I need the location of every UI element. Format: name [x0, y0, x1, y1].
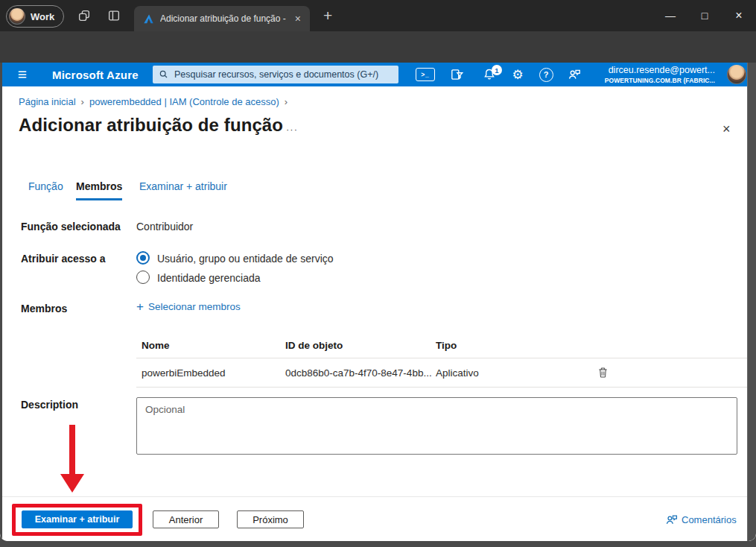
radio-user-group-service-principal[interactable]: [136, 251, 150, 265]
notification-badge: 1: [492, 65, 502, 75]
col-header-object-id: ID de objeto: [285, 340, 436, 351]
tab-membros[interactable]: Membros: [76, 180, 122, 200]
portal-menu-icon[interactable]: ≡: [12, 63, 33, 86]
description-input[interactable]: [136, 397, 737, 455]
col-header-tipo: Tipo: [436, 340, 584, 351]
profile-label: Work: [31, 11, 54, 22]
members-table: Nome ID de objeto Tipo powerbiEmbedded 0…: [136, 332, 747, 388]
window-maximize-button[interactable]: □: [687, 0, 722, 31]
breadcrumb-home-link[interactable]: Página inicial: [19, 96, 76, 107]
next-button[interactable]: Próximo: [237, 510, 304, 528]
title-context-menu-icon[interactable]: ···: [286, 124, 298, 135]
workspaces-icon[interactable]: [74, 7, 94, 25]
portal-search-placeholder: Pesquisar recursos, serviços e documento…: [174, 69, 378, 80]
vertical-tabs-icon[interactable]: [104, 7, 124, 25]
annotation-arrow: [69, 425, 75, 475]
blade-close-icon[interactable]: ×: [718, 120, 735, 139]
tab-title: Adicionar atribuição de função -: [160, 13, 286, 24]
browser-titlebar: Work Adicionar at: [0, 0, 756, 31]
selected-role-value: Contribuidor: [136, 221, 193, 233]
browser-window: Work Adicionar at: [0, 0, 756, 541]
breadcrumb-separator: ›: [81, 96, 84, 107]
account-tenant: POWERTUNING.COM.BR (FABRIC...: [566, 77, 715, 85]
desktop-background: Work Adicionar at: [0, 0, 756, 547]
browser-tab[interactable]: Adicionar atribuição de função - ×: [134, 6, 310, 31]
plus-icon: +: [136, 302, 144, 312]
footer-divider: [0, 496, 747, 497]
window-close-button[interactable]: ×: [722, 0, 756, 31]
window-minimize-button[interactable]: —: [653, 0, 687, 31]
browser-profile-button[interactable]: Work: [6, 5, 64, 28]
search-icon: [159, 69, 169, 80]
breadcrumb-separator: ›: [285, 96, 288, 107]
comments-link-label: Comentários: [682, 514, 737, 525]
cloud-shell-icon[interactable]: >_: [414, 63, 436, 86]
radio-managed-identity[interactable]: [136, 271, 150, 284]
annotation-arrow-head: [60, 474, 84, 493]
radio-managed-identity-label: Identidade gerenciada: [157, 272, 261, 284]
breadcrumb: Página inicial › powerembedded | IAM (Co…: [19, 96, 288, 107]
members-label: Membros: [21, 303, 67, 314]
portal-search-input[interactable]: Pesquisar recursos, serviços e documento…: [153, 66, 398, 83]
settings-gear-icon[interactable]: ⚙: [506, 63, 529, 86]
radio-user-group-label: Usuário, grupo ou entidade de serviço: [157, 253, 334, 265]
breadcrumb-resource-link[interactable]: powerembedded | IAM (Controle de acesso): [89, 96, 279, 107]
comments-link[interactable]: Comentários: [665, 513, 737, 526]
account-email: dirceu.resende@powert...: [566, 65, 715, 77]
members-table-header: Nome ID de objeto Tipo: [136, 332, 747, 358]
member-type: Aplicativo: [436, 367, 584, 379]
page-title: Adicionar atribuição de função: [19, 115, 283, 136]
selected-role-label: Função selecionada: [21, 221, 121, 233]
description-label: Description: [21, 399, 78, 411]
directory-filter-icon[interactable]: [445, 63, 468, 86]
tab-close-icon[interactable]: ×: [292, 13, 304, 25]
previous-button[interactable]: Anterior: [153, 510, 219, 528]
account-menu[interactable]: dirceu.resende@powert... POWERTUNING.COM…: [566, 65, 715, 84]
azure-brand[interactable]: Microsoft Azure: [52, 63, 139, 86]
select-members-link[interactable]: + Selecionar membros: [136, 301, 241, 312]
delete-member-trash-icon[interactable]: [584, 367, 621, 379]
assign-access-label: Atribuir acesso a: [21, 253, 106, 265]
member-object-id: 0dcb86b0-ca7b-4f70-8e47-4bb...: [285, 367, 436, 379]
member-name: powerbiEmbedded: [136, 367, 285, 379]
azure-header: ≡ Microsoft Azure Pesquisar recursos, se…: [0, 63, 756, 86]
tab-examinar-atribuir[interactable]: Examinar + atribuir: [139, 180, 227, 198]
review-assign-button[interactable]: Examinar + atribuir: [22, 510, 133, 528]
feedback-person-icon: [665, 513, 678, 526]
tab-funcao[interactable]: Função: [28, 180, 63, 198]
blade-content: Página inicial › powerembedded | IAM (Co…: [0, 86, 756, 541]
page-scrollbar[interactable]: [747, 63, 756, 541]
help-icon[interactable]: ?: [535, 63, 557, 86]
browser-toolbar: ← https://portal.azure.com/#view/Microso…: [0, 31, 756, 63]
table-row: powerbiEmbedded 0dcb86b0-ca7b-4f70-8e47-…: [136, 358, 747, 388]
account-avatar[interactable]: [727, 65, 746, 84]
window-left-edge: [0, 63, 2, 541]
azure-favicon: [143, 13, 154, 25]
new-tab-button[interactable]: +: [319, 7, 337, 25]
profile-avatar: [9, 8, 25, 25]
col-header-nome: Nome: [136, 340, 285, 351]
